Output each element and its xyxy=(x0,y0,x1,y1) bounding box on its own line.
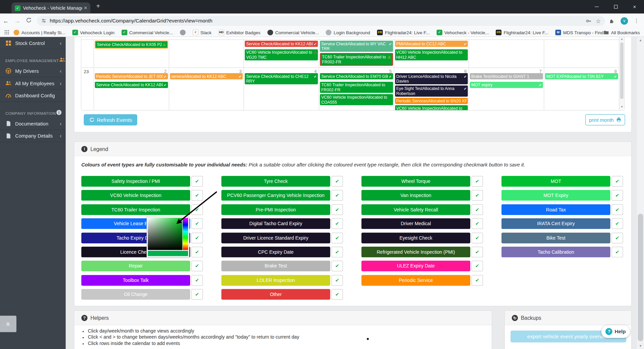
calendar-day-cell[interactable]: 8MOT EXPAllocated to T3N B1Y✔ xyxy=(544,68,620,110)
legend-color-bar[interactable]: Repair xyxy=(81,261,190,271)
legend-color-bar[interactable]: Brake Test xyxy=(221,261,330,271)
close-button[interactable]: × xyxy=(625,0,644,13)
apps-grid-icon[interactable] xyxy=(4,30,9,35)
scroll-down-icon[interactable]: ▼ xyxy=(620,104,625,109)
reload-icon[interactable] xyxy=(23,17,35,24)
bookmark-item[interactable] xyxy=(180,30,185,35)
calendar-event[interactable]: Eye Sight TestAllocated to Anna Robertso… xyxy=(395,86,468,97)
extensions-puzzle-icon[interactable] xyxy=(609,18,615,23)
help-button[interactable]: ? Help xyxy=(601,325,630,338)
legend-save-button[interactable]: ✔ xyxy=(472,190,483,201)
calendar-event[interactable]: Brake TestAllocated to GIANT 1 xyxy=(470,73,543,79)
legend-color-bar[interactable]: PCV60 Passenger Carrying Vehicle Inspect… xyxy=(221,190,330,201)
new-tab-button[interactable]: + xyxy=(96,2,100,10)
legend-save-button[interactable]: ✔ xyxy=(331,233,343,243)
legend-save-button[interactable]: ✔ xyxy=(192,233,203,243)
calendar-event[interactable]: Service CheckAllocated to CHE12 RRY✔ xyxy=(245,73,318,84)
scroll-to-top-button[interactable]: « xyxy=(0,316,16,332)
legend-color-bar[interactable]: IRATA Cert Expiry xyxy=(501,218,610,229)
calendar-day-cell[interactable]: Service CheckAllocated to MY VAC TRR✔TC6… xyxy=(319,40,394,67)
calendar-event[interactable]: Service CheckAllocated to MY VAC TRR✔ xyxy=(320,41,393,52)
legend-color-bar[interactable]: Vehicle Safety Recall xyxy=(362,204,470,215)
print-month-button[interactable]: print month xyxy=(585,114,625,126)
bookmark-item[interactable]: HDExhibitor Badges xyxy=(218,30,260,35)
sidebar-item-company-details[interactable]: Company Details‹ xyxy=(0,130,66,142)
legend-save-button[interactable]: ✔ xyxy=(192,261,203,271)
legend-color-bar[interactable]: MOT Expiry xyxy=(501,190,610,201)
calendar-event[interactable]: TC60 Trailer InspectionAllocated to FR00… xyxy=(320,82,393,93)
legend-save-button[interactable]: ✔ xyxy=(331,190,343,201)
legend-color-bar[interactable]: MOT xyxy=(501,176,610,187)
legend-color-bar[interactable]: Periodic Service xyxy=(362,275,470,286)
scroll-up-icon[interactable]: ▲ xyxy=(637,37,644,43)
calendar-day-cell[interactable] xyxy=(169,40,244,67)
calendar-day-cell[interactable]: 6Driver LicenceAllocated to Nicola Davie… xyxy=(394,68,469,110)
legend-color-bar[interactable]: Driver Medical xyxy=(362,218,470,229)
colorpicker-current-swatch[interactable] xyxy=(148,251,188,256)
calendar-event[interactable]: MOT expiry✔ xyxy=(470,82,543,88)
page-scroll-thumb[interactable] xyxy=(638,214,643,341)
legend-save-button[interactable]: ✔ xyxy=(611,218,623,229)
calendar-event[interactable]: Service CheckAllocated to EM70 GBL✔ xyxy=(320,73,393,79)
sidebar-item-my-drivers[interactable]: My Drivers‹ xyxy=(0,65,66,78)
calendar-event[interactable]: VC60 Vehicle InspectionAllocated to VG20… xyxy=(245,49,318,60)
legend-save-button[interactable]: ✔ xyxy=(472,176,483,187)
legend-save-button[interactable]: ✔ xyxy=(472,247,483,257)
legend-color-bar[interactable]: Refrigerated Vehicle Inspection (PMI) xyxy=(362,247,470,257)
browser-menu-icon[interactable]: ⋮ xyxy=(634,18,639,24)
calendar-day-cell[interactable]: PMIAllocated to CC12 ABC✔VC60 Vehicle In… xyxy=(394,40,469,67)
legend-save-button[interactable]: ✔ xyxy=(472,233,483,243)
legend-save-button[interactable]: ✔ xyxy=(192,204,203,215)
bookmark-item[interactable]: FRFlightradar24: Live F... xyxy=(377,30,430,35)
calendar-day-cell[interactable]: 4Service CheckAllocated to CHE12 RRY✔ xyxy=(244,68,319,110)
legend-save-button[interactable]: ✔ xyxy=(331,289,343,300)
calendar-day-cell[interactable]: 2Periodic ServiceAllocated to JET 000✔Se… xyxy=(94,68,169,110)
legend-save-button[interactable]: ✔ xyxy=(611,176,623,187)
address-bar[interactable]: https://app.vehocheck.com/Company/Calend… xyxy=(37,16,605,26)
legend-save-button[interactable]: ✔ xyxy=(192,176,203,187)
legend-save-button[interactable]: ✔ xyxy=(331,176,343,187)
legend-save-button[interactable]: ✔ xyxy=(611,204,623,215)
password-key-icon[interactable] xyxy=(586,18,592,23)
calendar-event[interactable]: Service CheckAllocated to KK12 ABC✔ xyxy=(95,82,168,88)
tab-close-icon[interactable]: × xyxy=(84,5,87,11)
calendar-event[interactable]: serviceAllocated to KK12 ABC✔ xyxy=(170,73,243,79)
maximize-button[interactable] xyxy=(606,0,625,13)
calendar-event[interactable]: TC60 Trailer InspectionAllocated to FR00… xyxy=(320,53,393,66)
legend-save-button[interactable]: ✔ xyxy=(611,247,623,257)
legend-color-bar[interactable]: ULEZ Expiry Date xyxy=(362,261,470,271)
bookmark-item[interactable]: #Slack xyxy=(193,30,211,35)
calendar-event[interactable]: Periodic ServiceAllocated to JET 000✔ xyxy=(95,73,168,79)
legend-color-bar[interactable]: Road Tax xyxy=(501,204,610,215)
legend-color-bar[interactable]: Toolbox Talk xyxy=(81,275,190,286)
browser-tab[interactable]: ✓ Vehocheck - Vehicle Managem... × xyxy=(11,2,90,13)
legend-color-bar[interactable]: TC60 Trailer Inspection xyxy=(81,204,190,215)
legend-save-button[interactable]: ✔ xyxy=(611,233,623,243)
legend-color-bar[interactable]: Tacho Calibration xyxy=(501,247,610,257)
calendar-day-cell[interactable] xyxy=(469,40,544,67)
calendar-day-cell[interactable]: 3serviceAllocated to KK12 ABC✔ xyxy=(169,68,244,110)
legend-save-button[interactable]: ✔ xyxy=(331,275,343,286)
legend-save-button[interactable]: ✔ xyxy=(192,247,203,257)
legend-color-bar[interactable]: CPC Expiry Date xyxy=(221,247,330,257)
legend-save-button[interactable]: ✔ xyxy=(192,218,203,229)
calendar-scrollbar[interactable]: ▲ ▼ xyxy=(619,37,624,109)
legend-save-button[interactable]: ✔ xyxy=(472,275,483,286)
bookmark-item[interactable]: Commercial Vehicle... xyxy=(267,30,319,35)
legend-save-button[interactable]: ✔ xyxy=(192,289,203,300)
site-settings-icon[interactable] xyxy=(41,18,46,23)
legend-save-button[interactable]: ✔ xyxy=(472,204,483,215)
legend-color-bar[interactable]: Eyesight Check xyxy=(362,233,470,243)
colorpicker-hue-slider[interactable] xyxy=(183,218,188,250)
bookmark-item[interactable]: ✓Vehocheck Login xyxy=(72,30,114,35)
calendar-day-cell[interactable] xyxy=(544,40,620,67)
sidebar-item-dashboard-config[interactable]: Dashboard Config xyxy=(0,90,66,102)
legend-save-button[interactable]: ✔ xyxy=(472,218,483,229)
legend-color-bar[interactable]: LOLER Inspection xyxy=(221,275,330,286)
sidebar-item-all-my-employees[interactable]: All My Employees‹ xyxy=(0,77,66,90)
calendar-scroll-thumb[interactable] xyxy=(620,42,624,99)
legend-save-button[interactable]: ✔ xyxy=(331,218,343,229)
calendar-day-cell[interactable]: Service CheckAllocated to KX05 PZF⚠ xyxy=(94,40,169,67)
legend-save-button[interactable]: ✔ xyxy=(192,190,203,201)
legend-save-button[interactable]: ✔ xyxy=(331,261,343,271)
